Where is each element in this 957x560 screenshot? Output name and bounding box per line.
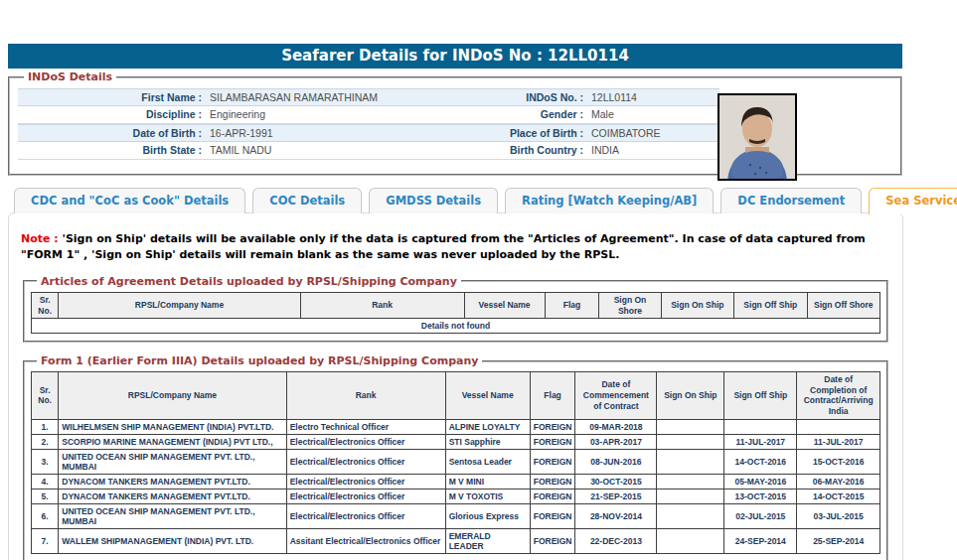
header-cell: Sign Off Ship xyxy=(734,292,807,318)
field-label: Gender : xyxy=(443,106,588,123)
tab-cdc-and-coc-as-cook-details[interactable]: CDC and "CoC as Cook" Details xyxy=(14,188,245,213)
table-cell xyxy=(657,528,724,553)
table-cell: 25-SEP-2014 xyxy=(797,528,880,553)
table-cell: FOREIGN xyxy=(530,449,575,474)
table-cell: 5. xyxy=(32,489,59,503)
table-cell: 30-OCT-2015 xyxy=(575,474,657,489)
indos-details-grid: First Name :SILAMBARASAN RAMARATHINAMIND… xyxy=(18,88,719,160)
seafarer-photo xyxy=(718,93,797,181)
table-cell: STI Sapphire xyxy=(445,434,530,449)
detail-tabs: CDC and "CoC as Cook" DetailsCOC Details… xyxy=(14,188,910,213)
table-cell: 15-OCT-2016 xyxy=(797,449,880,474)
indos-details-legend: INDoS Details xyxy=(24,70,116,83)
header-cell: Flag xyxy=(545,292,599,318)
header-cell: Date of Completion of Contract/Arriving … xyxy=(797,372,880,420)
table-cell xyxy=(657,419,724,434)
header-cell: Date of Commencement of Contract xyxy=(575,372,657,420)
note-prefix: Note : xyxy=(21,232,59,245)
header-cell: Flag xyxy=(530,372,575,420)
table-header-row: Sr. No.RPSL/Company NameRankVessel NameF… xyxy=(32,372,880,420)
field-value: SILAMBARASAN RAMARATHINAM xyxy=(207,89,443,105)
table-cell: ALPINE LOYALTY xyxy=(445,419,530,434)
articles-of-agreement-legend: Articles of Agreement Details uploaded b… xyxy=(37,275,461,288)
table-cell: 08-JUN-2016 xyxy=(575,449,657,474)
table-cell: 14-OCT-2015 xyxy=(797,489,880,503)
table-cell: M V TOXOTIS xyxy=(445,489,530,503)
table-cell xyxy=(657,449,724,474)
seafarer-details-page: Seafarer Details for INDoS No : 12LL0114… xyxy=(0,0,910,560)
header-cell: Sign On Shore xyxy=(599,292,661,318)
table-cell: 7. xyxy=(32,528,59,553)
detail-row: First Name :SILAMBARASAN RAMARATHINAMIND… xyxy=(18,88,719,106)
table-cell xyxy=(797,419,880,434)
table-cell: FOREIGN xyxy=(530,528,575,553)
articles-of-agreement-fieldset: Articles of Agreement Details uploaded b… xyxy=(23,275,888,343)
table-cell xyxy=(657,434,724,449)
field-label: Birth Country : xyxy=(443,142,588,159)
table-cell: 05-MAY-2016 xyxy=(724,474,797,489)
empty-message: Details not found xyxy=(32,319,880,334)
table-row: 7.WALLEM SHIPMANAGEMENT (INDIA) PVT. LTD… xyxy=(32,528,880,553)
table-cell: 11-JUL-2017 xyxy=(724,434,797,449)
table-row: 2.SCORPIO MARINE MANAGEMENT (INDIA) PVT … xyxy=(32,434,880,449)
field-value: Male xyxy=(588,106,718,123)
page-title: Seafarer Details for INDoS No : 12LL0114 xyxy=(8,44,902,69)
detail-row: Birth State :TAMIL NADUBirth Country :IN… xyxy=(18,142,719,160)
table-cell xyxy=(657,489,724,503)
header-cell: Sr. No. xyxy=(32,292,59,318)
header-cell: Vessel Name xyxy=(445,372,530,420)
table-cell: 6. xyxy=(32,503,59,528)
table-cell: FOREIGN xyxy=(530,489,575,503)
table-cell: 02-JUL-2015 xyxy=(724,503,797,528)
table-row: 5.DYNACOM TANKERS MANAGEMENT PVT.LTD.Ele… xyxy=(32,489,880,503)
table-cell: Electrical/Electronics Officer xyxy=(286,449,445,474)
field-label: Date of Birth : xyxy=(18,125,207,141)
seafarer-photo-image xyxy=(719,95,795,179)
table-cell: FOREIGN xyxy=(530,503,575,528)
table-cell: 4. xyxy=(32,474,59,489)
tab-dc-endorsement[interactable]: DC Endorsement xyxy=(720,188,862,213)
field-value: Engineering xyxy=(207,106,443,123)
form1-legend: Form 1 (Earlier Form IIIA) Details uploa… xyxy=(37,354,482,367)
table-cell: Electrical/Electronics Officer xyxy=(286,434,445,449)
table-cell: Electrical/Electronics Officer xyxy=(286,474,445,489)
table-cell: 2. xyxy=(32,434,59,449)
tab-sea-service-details[interactable]: Sea Service Details xyxy=(869,188,957,214)
table-cell: DYNACOM TANKERS MANAGEMENT PVT.LTD. xyxy=(59,489,286,503)
table-cell: FOREIGN xyxy=(530,474,575,489)
table-cell xyxy=(657,503,724,528)
table-cell: Electro Technical Officer xyxy=(286,419,445,434)
header-cell: RPSL/Company Name xyxy=(59,372,286,420)
table-cell: Sentosa Leader xyxy=(445,449,530,474)
table-cell: 24-SEP-2014 xyxy=(724,528,797,553)
table-cell: 14-OCT-2016 xyxy=(724,449,797,474)
sign-on-ship-note: Note : 'Sign on Ship' details will be av… xyxy=(21,231,890,263)
header-cell: Sign Off Shore xyxy=(807,292,880,318)
tab-gmdss-details[interactable]: GMDSS Details xyxy=(369,188,498,213)
header-cell: RPSL/Company Name xyxy=(59,292,300,318)
articles-of-agreement-table: Sr. No.RPSL/Company NameRankVessel NameF… xyxy=(31,292,880,334)
field-value: TAMIL NADU xyxy=(207,142,443,159)
table-cell xyxy=(724,419,797,434)
header-cell: Rank xyxy=(300,292,464,318)
form1-fieldset: Form 1 (Earlier Form IIIA) Details uploa… xyxy=(23,354,888,560)
field-value: 16-APR-1991 xyxy=(207,125,443,141)
table-cell: UNITED OCEAN SHIP MANAGEMENT PVT. LTD., … xyxy=(59,503,286,528)
table-cell: 11-JUL-2017 xyxy=(797,434,880,449)
tab-rating-watch-keeping-ab[interactable]: Rating [Watch Keeping/AB] xyxy=(505,188,714,213)
field-value: 12LL0114 xyxy=(588,89,718,105)
tab-coc-details[interactable]: COC Details xyxy=(252,188,362,213)
table-cell: Electrical/Electronics Officer xyxy=(286,503,445,528)
table-row: 6.UNITED OCEAN SHIP MANAGEMENT PVT. LTD.… xyxy=(32,503,880,528)
table-cell: DYNACOM TANKERS MANAGEMENT PVT.LTD. xyxy=(59,474,286,489)
header-cell: Sign On Ship xyxy=(661,292,733,318)
note-text: 'Sign on Ship' details will be available… xyxy=(21,232,866,261)
table-row: 4.DYNACOM TANKERS MANAGEMENT PVT.LTD.Ele… xyxy=(32,474,880,489)
header-cell: Sr. No. xyxy=(32,372,59,420)
table-cell: Glorious Express xyxy=(445,503,530,528)
field-label: INDoS No. : xyxy=(443,89,588,105)
table-cell: 21-SEP-2015 xyxy=(575,489,657,503)
table-cell: M V MINI xyxy=(445,474,530,489)
form1-table: Sr. No.RPSL/Company NameRankVessel NameF… xyxy=(31,371,880,554)
table-row: 3.UNITED OCEAN SHIP MANAGEMENT PVT. LTD.… xyxy=(32,449,880,474)
